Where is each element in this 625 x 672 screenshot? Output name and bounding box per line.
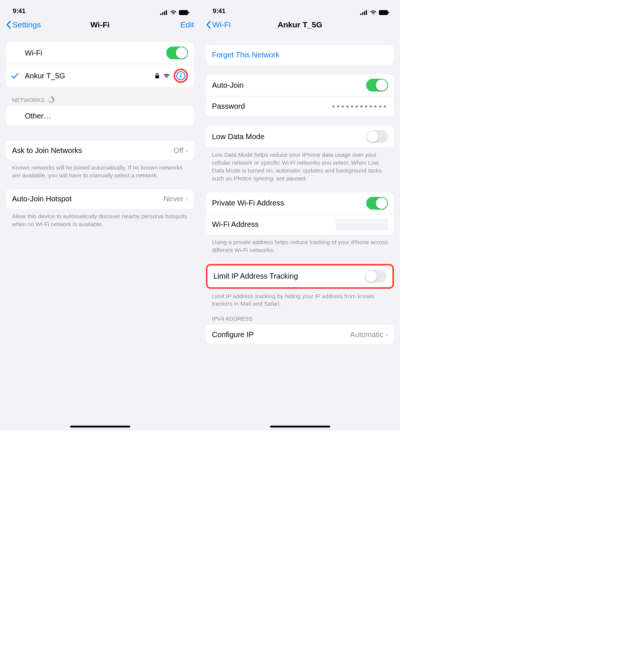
forget-group: Forget This Network (206, 45, 394, 64)
hotspot-group: Auto-Join Hotspot Never › (6, 189, 194, 209)
wifi-addr-row: Wi-Fi Address (206, 214, 394, 235)
nav-bar: Wi-Fi Ankur T_5G (200, 15, 400, 34)
auto-join-row[interactable]: Auto-Join (206, 74, 394, 96)
private-addr-footer: Using a private address helps reduce tra… (206, 235, 394, 254)
svg-rect-2 (164, 11, 165, 15)
back-button[interactable]: Settings (6, 20, 41, 29)
auto-join-toggle[interactable] (366, 79, 388, 92)
nav-bar: Settings Wi-Fi Edit (0, 15, 200, 34)
ask-join-label: Ask to Join Networks (12, 146, 174, 155)
limit-ip-toggle[interactable] (365, 270, 386, 283)
limit-ip-group-highlight: Limit IP Address Tracking (206, 264, 394, 289)
home-indicator[interactable] (270, 426, 330, 428)
cellular-signal-icon (160, 10, 168, 15)
wifi-main-group: Wi-Fi Ankur T_5G i (6, 42, 194, 87)
forget-network-button[interactable]: Forget This Network (206, 45, 394, 64)
chevron-right-icon: › (186, 195, 188, 203)
svg-rect-1 (162, 12, 163, 15)
wifi-signal-icon (163, 74, 170, 78)
hotspot-footer: Allow this device to automatically disco… (6, 209, 194, 228)
ask-join-footer: Known networks will be joined automatica… (6, 160, 194, 180)
ipv4-header: IPV4 ADDRESS (206, 308, 394, 325)
forget-label: Forget This Network (212, 51, 279, 59)
ask-join-value: Off (174, 146, 183, 155)
join-group: Auto-Join Password ●●●●●●●●●●●● (206, 74, 394, 116)
status-time: 9:41 (13, 8, 26, 15)
svg-rect-5 (188, 12, 189, 14)
chevron-right-icon: › (186, 147, 188, 154)
low-data-footer: Low Data Mode helps reduce your iPhone d… (206, 147, 394, 183)
limit-ip-row[interactable]: Limit IP Address Tracking (207, 266, 392, 287)
network-detail-screen: 9:41 Wi-Fi Ankur T_5G Forget This Networ… (200, 0, 400, 430)
wifi-icon (170, 10, 177, 15)
status-bar: 9:41 (200, 0, 400, 15)
networks-header: NETWORKS (6, 87, 194, 106)
other-label: Other… (12, 112, 188, 120)
ask-join-group: Ask to Join Networks Off › (6, 141, 194, 160)
ipv4-group: Configure IP Automatic › (206, 325, 394, 344)
svg-rect-6 (155, 75, 159, 78)
wifi-addr-value-redacted (335, 219, 388, 230)
configure-ip-label: Configure IP (212, 330, 350, 339)
low-data-toggle[interactable] (366, 130, 388, 143)
auto-join-label: Auto-Join (212, 81, 366, 90)
wifi-addr-label: Wi-Fi Address (212, 220, 335, 229)
connected-network-row[interactable]: Ankur T_5G i (6, 64, 194, 87)
private-addr-toggle[interactable] (366, 197, 388, 210)
limit-ip-footer: Limit IP address tracking by hiding your… (206, 289, 394, 308)
svg-rect-3 (166, 10, 167, 15)
svg-rect-4 (179, 10, 188, 15)
low-data-row[interactable]: Low Data Mode (206, 126, 394, 147)
hotspot-label: Auto-Join Hotspot (12, 195, 164, 203)
svg-rect-12 (388, 12, 389, 14)
password-row[interactable]: Password ●●●●●●●●●●●● (206, 96, 394, 116)
hotspot-value: Never (164, 195, 183, 203)
network-name: Ankur T_5G (25, 72, 155, 80)
battery-icon (379, 10, 389, 15)
password-label: Password (212, 102, 332, 111)
private-addr-row[interactable]: Private Wi-Fi Address (206, 192, 394, 214)
ask-join-row[interactable]: Ask to Join Networks Off › (6, 141, 194, 160)
back-label: Settings (12, 20, 41, 29)
chevron-left-icon (206, 21, 211, 29)
home-indicator[interactable] (70, 426, 130, 428)
low-data-group: Low Data Mode (206, 126, 394, 147)
wifi-settings-screen: 9:41 Settings Wi-Fi Edit Wi-Fi Ankur T_5… (0, 0, 200, 430)
svg-rect-11 (379, 10, 388, 15)
wifi-icon (370, 10, 377, 15)
chevron-left-icon (6, 21, 11, 29)
status-icons (360, 10, 389, 15)
back-button[interactable]: Wi-Fi (206, 20, 231, 29)
wifi-label: Wi-Fi (12, 49, 166, 57)
checkmark-icon (11, 72, 19, 79)
hotspot-row[interactable]: Auto-Join Hotspot Never › (6, 189, 194, 209)
edit-button[interactable]: Edit (180, 20, 194, 29)
password-value: ●●●●●●●●●●●● (332, 103, 388, 109)
limit-ip-label: Limit IP Address Tracking (213, 272, 365, 280)
status-bar: 9:41 (0, 0, 200, 15)
cellular-signal-icon (360, 10, 368, 15)
other-network-row[interactable]: Other… (6, 106, 194, 126)
svg-rect-8 (362, 12, 363, 15)
back-label: Wi-Fi (212, 20, 231, 29)
wifi-toggle[interactable] (166, 46, 188, 59)
wifi-toggle-row[interactable]: Wi-Fi (6, 42, 194, 64)
svg-rect-10 (366, 10, 367, 15)
low-data-label: Low Data Mode (212, 132, 366, 141)
chevron-right-icon: › (386, 331, 388, 339)
private-addr-group: Private Wi-Fi Address Wi-Fi Address (206, 192, 394, 235)
svg-rect-9 (364, 11, 365, 15)
private-addr-label: Private Wi-Fi Address (212, 199, 366, 207)
spinner-icon (48, 96, 54, 103)
battery-icon (179, 10, 189, 15)
configure-ip-row[interactable]: Configure IP Automatic › (206, 325, 394, 344)
status-icons (160, 10, 189, 15)
networks-group: Other… (6, 106, 194, 126)
configure-ip-value: Automatic (350, 330, 383, 339)
info-icon[interactable]: i (176, 71, 185, 80)
status-time: 9:41 (213, 8, 225, 15)
lock-icon (155, 73, 159, 79)
info-button-highlight: i (174, 69, 188, 83)
